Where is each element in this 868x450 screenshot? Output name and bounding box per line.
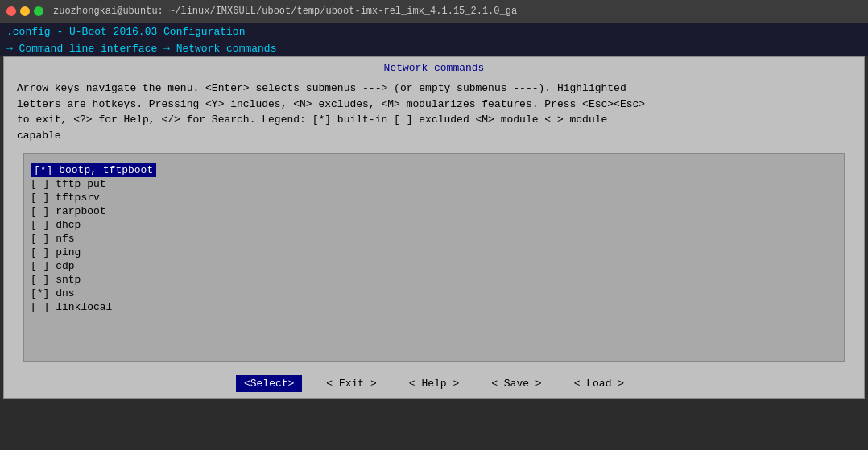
help-button[interactable]: < Help >	[401, 375, 467, 392]
menu-item[interactable]: [*] bootp, tftpboot	[31, 163, 837, 177]
menu-item[interactable]: [ ] rarpboot	[31, 204, 837, 218]
minimize-button[interactable]	[20, 6, 30, 16]
menu-item[interactable]: [ ] linklocal	[31, 300, 837, 314]
window-title: zuozhongkai@ubuntu: ~/linux/IMX6ULL/uboo…	[53, 6, 517, 17]
help-line2: letters are hotkeys. Pressing <Y> includ…	[17, 97, 851, 113]
select-button[interactable]: <Select>	[236, 375, 302, 392]
help-line3: to exit, <?> for Help, </> for Search. L…	[17, 112, 851, 128]
help-line4: capable	[17, 128, 851, 144]
exit-button[interactable]: < Exit >	[318, 375, 384, 392]
cmd-bar: → Command line interface → Network comma…	[0, 41, 868, 56]
menu-item[interactable]: [ ] sntp	[31, 273, 837, 287]
config-text: .config - U-Boot 2016.03 Configuration	[6, 26, 245, 38]
main-content: Network commands Arrow keys navigate the…	[4, 57, 864, 398]
maximize-button[interactable]	[34, 6, 43, 16]
menu-item[interactable]: [ ] tftp put	[31, 177, 837, 191]
title-bar: zuozhongkai@ubuntu: ~/linux/IMX6ULL/uboo…	[0, 0, 868, 23]
menu-item-highlighted[interactable]: [*] bootp, tftpboot	[31, 163, 156, 177]
main-content-wrapper: Network commands Arrow keys navigate the…	[3, 56, 865, 399]
config-bar: .config - U-Boot 2016.03 Configuration	[0, 23, 868, 41]
help-text: Arrow keys navigate the menu. <Enter> se…	[4, 77, 864, 147]
header-title: Network commands	[384, 62, 485, 74]
close-button[interactable]	[6, 6, 16, 16]
menu-item[interactable]: [ ] dhcp	[31, 218, 837, 232]
cmd-text: → Command line interface → Network comma…	[6, 43, 276, 55]
menu-item[interactable]: [ ] ping	[31, 246, 837, 259]
menu-item[interactable]: [ ] cdp	[31, 259, 837, 273]
menu-item[interactable]: [ ] nfs	[31, 232, 837, 246]
menu-area: [*] bootp, tftpboot[ ] tftp put[ ] tftps…	[23, 153, 845, 362]
bottom-bar: <Select> < Exit > < Help > < Save > < Lo…	[4, 369, 864, 398]
menu-item[interactable]: [ ] tftpsrv	[31, 191, 837, 204]
help-line1: Arrow keys navigate the menu. <Enter> se…	[17, 81, 851, 97]
window-controls	[6, 6, 43, 16]
menu-item[interactable]: [*] dns	[31, 287, 837, 300]
load-button[interactable]: < Load >	[566, 375, 632, 392]
network-commands-header: Network commands	[4, 57, 864, 77]
save-button[interactable]: < Save >	[483, 375, 549, 392]
